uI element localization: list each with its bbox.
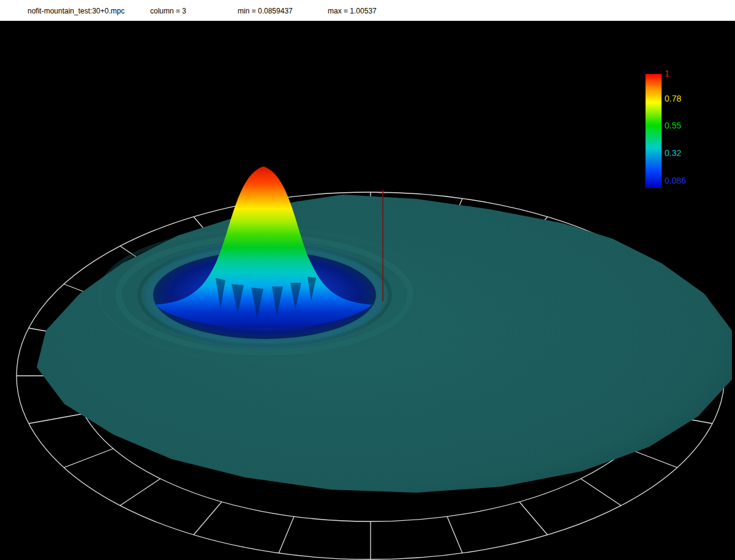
- surface-plot-canvas: [0, 21, 735, 560]
- header-min-label: min = 0.0859437: [238, 7, 293, 15]
- colorbar-tick-0-086: 0.086: [665, 176, 686, 185]
- header-bar: nofit-mountain_test:30+0.mpc column = 3 …: [0, 0, 735, 21]
- colorbar-tick-1: 1: [665, 69, 669, 78]
- colorbar-tick-0-55: 0.55: [665, 121, 681, 130]
- header-filename: nofit-mountain_test:30+0.mpc: [28, 7, 124, 15]
- header-column-label: column = 3: [150, 7, 186, 15]
- colorbar-tick-0-32: 0.32: [665, 148, 681, 158]
- colorbar-gradient: [645, 73, 662, 189]
- header-max-label: max = 1.00537: [328, 7, 377, 15]
- colorbar: 1 0.78 0.55 0.32 0.086: [645, 73, 661, 187]
- plot-area[interactable]: [0, 21, 735, 560]
- colorbar-tick-0-78: 0.78: [665, 94, 681, 103]
